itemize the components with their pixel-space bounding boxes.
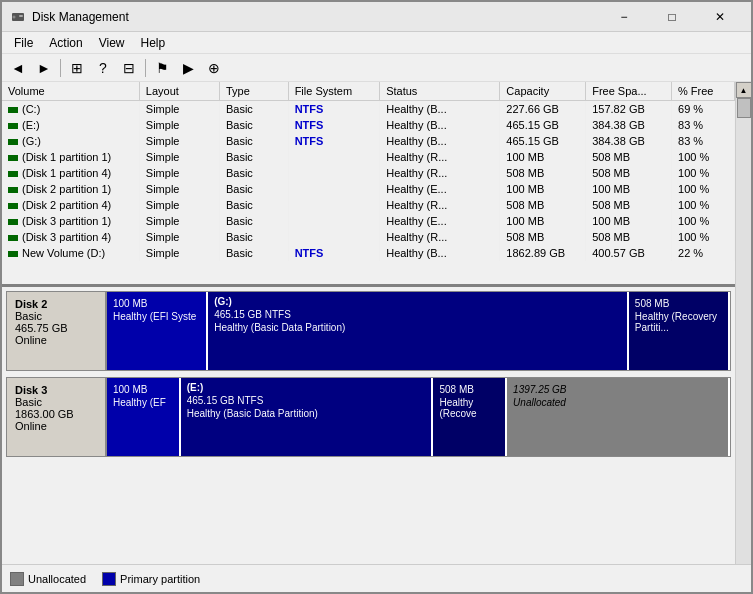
toolbar-help[interactable]: ? [91,57,115,79]
toolbar-back[interactable]: ◄ [6,57,30,79]
toolbar-forward[interactable]: ► [32,57,56,79]
partition-size: 508 MB [439,384,499,395]
partition-0-0[interactable]: 100 MB Healthy (EFI Syste [107,292,208,370]
cell-volume: (Disk 2 partition 1) [2,181,139,197]
cell-pct: 83 % [672,117,735,133]
cell-status: Healthy (R... [380,197,500,213]
toolbar-sep-1 [60,59,61,77]
table-row[interactable]: (Disk 3 partition 4) Simple Basic Health… [2,229,735,245]
table-row[interactable]: (Disk 3 partition 1) Simple Basic Health… [2,213,735,229]
legend-primary-label: Primary partition [120,573,200,585]
col-header-free[interactable]: Free Spa... [586,82,672,101]
main-content: Volume Layout Type File System Status Ca… [2,82,751,594]
cell-free: 400.57 GB [586,245,672,261]
disk-label-1: Disk 3 Basic 1863.00 GB Online [7,378,107,456]
menu-bar: File Action View Help [2,32,751,54]
legend-primary-box [102,572,116,586]
table-row[interactable]: (E:) Simple Basic NTFS Healthy (B... 465… [2,117,735,133]
disk-row-0: Disk 2 Basic 465.75 GB Online 100 MB Hea… [6,291,731,371]
cell-type: Basic [219,165,288,181]
toolbar-sep-2 [145,59,146,77]
cell-fs: NTFS [288,101,380,118]
cell-pct: 100 % [672,197,735,213]
cell-capacity: 465.15 GB [500,133,586,149]
cell-type: Basic [219,133,288,149]
toolbar-flag[interactable]: ⚑ [150,57,174,79]
cell-volume: (Disk 2 partition 4) [2,197,139,213]
table-row[interactable]: (Disk 2 partition 4) Simple Basic Health… [2,197,735,213]
col-header-volume[interactable]: Volume [2,82,139,101]
disk-partitions-0: 100 MB Healthy (EFI Syste (G:) 465.15 GB… [107,292,730,370]
table-row[interactable]: (C:) Simple Basic NTFS Healthy (B... 227… [2,101,735,118]
cell-pct: 100 % [672,149,735,165]
right-scrollbar[interactable]: ▲ ▼ [735,82,751,594]
cell-free: 508 MB [586,229,672,245]
cell-free: 157.82 GB [586,101,672,118]
cell-pct: 100 % [672,213,735,229]
cell-status: Healthy (R... [380,165,500,181]
disk-type: Basic [15,396,97,408]
scroll-track[interactable] [736,98,752,594]
menu-action[interactable]: Action [41,34,90,52]
col-header-fs[interactable]: File System [288,82,380,101]
partition-status: Healthy (Recovery Partiti... [635,311,722,333]
toolbar-add[interactable]: ⊕ [202,57,226,79]
cell-pct: 69 % [672,101,735,118]
partition-1-3[interactable]: 1397.25 GB Unallocated [507,378,730,456]
partition-size: 465.15 GB NTFS [214,309,621,320]
partition-1-1[interactable]: (E:) 465.15 GB NTFS Healthy (Basic Data … [181,378,434,456]
toolbar-grid[interactable]: ⊞ [65,57,89,79]
menu-file[interactable]: File [6,34,41,52]
toolbar-minus[interactable]: ⊟ [117,57,141,79]
title-bar: Disk Management − □ ✕ [2,2,751,32]
volume-list[interactable]: Volume Layout Type File System Status Ca… [2,82,735,287]
cell-fs [288,213,380,229]
partition-1-2[interactable]: 508 MB Healthy (Recove [433,378,507,456]
menu-help[interactable]: Help [133,34,174,52]
partition-0-2[interactable]: 508 MB Healthy (Recovery Partiti... [629,292,730,370]
cell-layout: Simple [139,165,219,181]
scroll-thumb[interactable] [737,98,751,118]
partition-size: 1397.25 GB [513,384,722,395]
table-row[interactable]: (Disk 2 partition 1) Simple Basic Health… [2,181,735,197]
cell-type: Basic [219,229,288,245]
disk-row-1: Disk 3 Basic 1863.00 GB Online 100 MB He… [6,377,731,457]
table-row[interactable]: (Disk 1 partition 1) Simple Basic Health… [2,149,735,165]
app-icon [10,9,26,25]
cell-type: Basic [219,245,288,261]
cell-volume: (Disk 1 partition 1) [2,149,139,165]
disk-name: Disk 3 [15,384,97,396]
cell-status: Healthy (E... [380,181,500,197]
disk-rows: Disk 2 Basic 465.75 GB Online 100 MB Hea… [6,291,731,457]
scroll-up-btn[interactable]: ▲ [736,82,752,98]
col-header-pct[interactable]: % Free [672,82,735,101]
cell-layout: Simple [139,213,219,229]
minimize-button[interactable]: − [601,2,647,32]
cell-type: Basic [219,197,288,213]
maximize-button[interactable]: □ [649,2,695,32]
menu-view[interactable]: View [91,34,133,52]
table-row[interactable]: (G:) Simple Basic NTFS Healthy (B... 465… [2,133,735,149]
col-header-capacity[interactable]: Capacity [500,82,586,101]
toolbar-play[interactable]: ▶ [176,57,200,79]
partition-status: Healthy (Basic Data Partition) [214,322,621,333]
partition-label: (G:) [214,296,621,307]
col-header-type[interactable]: Type [219,82,288,101]
col-header-status[interactable]: Status [380,82,500,101]
cell-fs [288,181,380,197]
partition-0-1[interactable]: (G:) 465.15 GB NTFS Healthy (Basic Data … [208,292,629,370]
window-controls: − □ ✕ [601,2,743,32]
table-row[interactable]: (Disk 1 partition 4) Simple Basic Health… [2,165,735,181]
cell-status: Healthy (R... [380,229,500,245]
table-row[interactable]: New Volume (D:) Simple Basic NTFS Health… [2,245,735,261]
disk-status: Online [15,334,97,346]
disk-status: Online [15,420,97,432]
col-header-layout[interactable]: Layout [139,82,219,101]
partition-size: 508 MB [635,298,722,309]
disk-map-area: Disk 2 Basic 465.75 GB Online 100 MB Hea… [2,287,735,594]
cell-volume: (Disk 3 partition 1) [2,213,139,229]
close-button[interactable]: ✕ [697,2,743,32]
cell-fs [288,229,380,245]
cell-capacity: 508 MB [500,165,586,181]
partition-1-0[interactable]: 100 MB Healthy (EF [107,378,181,456]
